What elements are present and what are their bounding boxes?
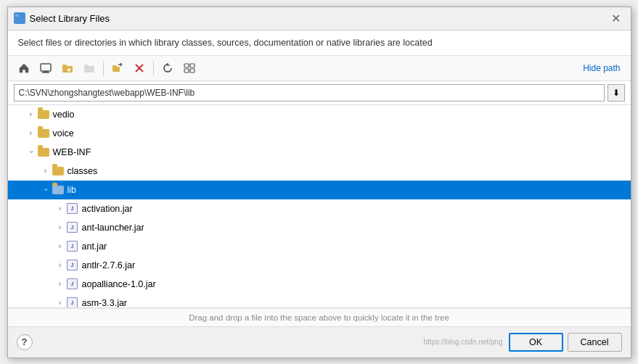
tree-item-label-vedio: vedio [53, 109, 75, 120]
tree-item-voice[interactable]: › voice [8, 124, 631, 143]
svg-rect-0 [15, 16, 24, 22]
chevron-asm: › [54, 299, 66, 307]
title-bar: Select Library Files ✕ [8, 7, 631, 30]
svg-rect-1 [15, 15, 19, 17]
delete-button[interactable] [129, 59, 150, 78]
chevron-aopalliance: › [54, 280, 66, 288]
chevron-activation: › [54, 204, 66, 212]
refresh-button[interactable] [158, 59, 178, 78]
folder-up-button[interactable] [79, 59, 99, 78]
new-folder-button[interactable] [57, 59, 78, 78]
tree-item-label-voice: voice [53, 128, 74, 138]
jar-icon-activation: J [66, 204, 79, 214]
tree-item-activation[interactable]: › J activation.jar [8, 199, 631, 218]
move-button[interactable] [107, 59, 128, 78]
chevron-ant: › [54, 242, 66, 250]
tree-item-asm[interactable]: › J asm-3.3.jar [8, 294, 631, 308]
home-button[interactable] [14, 59, 34, 78]
chevron-voice: › [25, 129, 37, 137]
tree-item-label-classes: classes [68, 166, 98, 176]
dialog-title: Select Library Files [30, 13, 110, 24]
chevron-webinf: › [27, 146, 35, 158]
tree-item-antlr[interactable]: › J antlr-2.7.6.jar [8, 256, 631, 275]
toolbar-separator-2 [153, 61, 154, 75]
path-browse-button[interactable]: ⬇ [608, 84, 625, 102]
close-button[interactable]: ✕ [608, 9, 625, 27]
tree-item-label-aopalliance: aopalliance-1.0.jar [82, 279, 156, 289]
svg-rect-2 [41, 64, 51, 71]
chevron-antlr: › [54, 261, 66, 269]
folder-icon-vedio [37, 109, 50, 120]
folder-icon-lib [52, 185, 65, 195]
jar-icon-ant: J [66, 241, 79, 252]
tree-item-label-lib: lib [68, 185, 77, 195]
tree-item-webinf[interactable]: › WEB-INF [8, 143, 631, 162]
watermark-text: https://blog.csdn.net/png [33, 338, 509, 346]
chevron-classes: › [40, 167, 52, 175]
description-text: Select files or directories in which lib… [8, 30, 631, 56]
tree-item-label-ant-launcher: ant-launcher.jar [82, 223, 144, 233]
help-button[interactable]: ? [17, 334, 33, 350]
svg-rect-9 [184, 64, 189, 67]
path-bar: ⬇ [8, 81, 631, 105]
cancel-button[interactable]: Cancel [568, 333, 622, 352]
toolbar: Hide path [8, 56, 631, 81]
ok-button[interactable]: OK [509, 333, 563, 352]
computer-button[interactable] [36, 59, 56, 78]
folder-icon-classes [52, 166, 65, 176]
path-input[interactable] [14, 84, 605, 102]
tree-item-label-activation: activation.jar [82, 204, 133, 214]
jar-icon-aopalliance: J [66, 279, 79, 289]
folder-icon-webinf [37, 147, 50, 157]
tree-item-ant-launcher[interactable]: › J ant-launcher.jar [8, 218, 631, 237]
tree-item-lib[interactable]: › lib [8, 181, 631, 199]
dialog-icon [14, 12, 25, 24]
jar-icon-asm: J [66, 298, 79, 308]
select-library-files-dialog: Select Library Files ✕ Select files or d… [7, 7, 631, 358]
tree-item-label-asm: asm-3.3.jar [82, 298, 128, 308]
tree-item-classes[interactable]: › classes [8, 162, 631, 181]
tree-item-label-ant: ant.jar [82, 241, 107, 252]
chevron-lib: › [41, 184, 49, 196]
jar-icon-ant-launcher: J [66, 223, 79, 233]
hide-path-button[interactable]: Hide path [578, 62, 624, 75]
svg-rect-12 [190, 69, 195, 73]
tree-item-label-antlr: antlr-2.7.6.jar [82, 260, 136, 270]
tree-item-label-webinf: WEB-INF [53, 147, 91, 157]
toolbar-separator-1 [103, 61, 104, 75]
chevron-ant-launcher: › [54, 223, 66, 231]
drag-hint: Drag and drop a file into the space abov… [8, 308, 631, 326]
link-button[interactable] [179, 59, 200, 78]
tree-item-vedio[interactable]: › vedio [8, 105, 631, 124]
svg-rect-11 [190, 64, 195, 67]
footer-buttons: OK Cancel [509, 333, 622, 352]
footer: ? https://blog.csdn.net/png OK Cancel [8, 326, 631, 357]
tree-item-ant[interactable]: › J ant.jar [8, 237, 631, 256]
svg-rect-10 [184, 69, 189, 73]
chevron-vedio: › [25, 110, 37, 118]
tree-item-aopalliance[interactable]: › J aopalliance-1.0.jar [8, 275, 631, 294]
folder-icon-voice [37, 128, 50, 138]
file-tree: › vedio › voice › WEB-INF › [8, 105, 631, 308]
jar-icon-antlr: J [66, 260, 79, 270]
